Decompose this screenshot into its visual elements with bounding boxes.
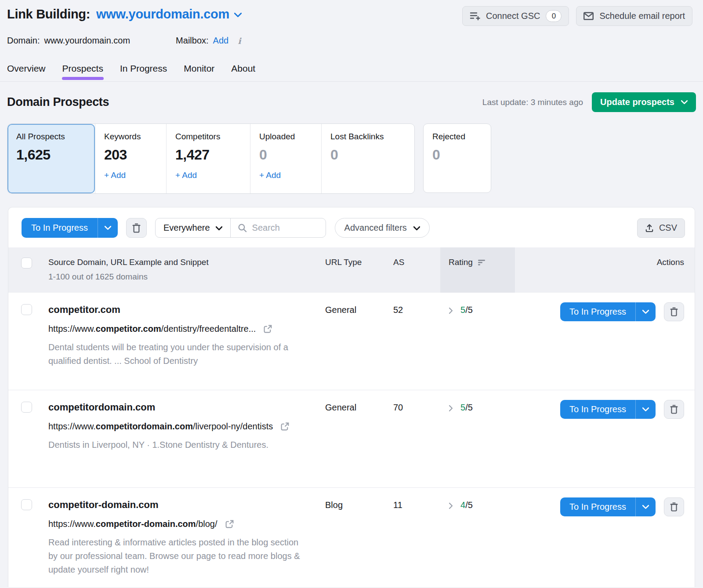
add-competitors-link[interactable]: + Add [175, 171, 197, 180]
schedule-email-report-button[interactable]: Schedule email report [576, 6, 692, 26]
bulk-to-in-progress-button[interactable]: To In Progress [22, 218, 118, 238]
card-lost-backlinks[interactable]: Lost Backlinks 0 [321, 124, 414, 193]
table-row: competitor-domain.com https://www.compet… [8, 488, 695, 587]
search-input[interactable] [252, 223, 319, 233]
trash-icon [670, 405, 678, 414]
chevron-down-icon[interactable] [636, 497, 656, 516]
trash-icon [670, 307, 678, 316]
card-group: All Prospects 1,625 Keywords 203 + Add C… [7, 123, 415, 194]
info-icon[interactable]: i [238, 36, 241, 46]
row-url-type: General [325, 390, 393, 487]
envelope-icon [583, 12, 594, 20]
chevron-right-icon[interactable] [449, 306, 453, 316]
delete-row-button[interactable] [664, 400, 684, 419]
chevron-down-icon[interactable] [98, 218, 118, 238]
link-building-page: Link Building: www.yourdomain.com Connec… [0, 0, 703, 588]
to-in-progress-button[interactable]: To In Progress [560, 302, 656, 321]
row-snippet: Dentists in Liverpool, NY · 1.Stone Dent… [48, 438, 305, 462]
chevron-right-icon[interactable] [449, 501, 453, 512]
update-prospects-button[interactable]: Update prospects [592, 92, 696, 112]
tab-in-progress[interactable]: In Progress [120, 63, 167, 74]
chevron-down-icon [413, 226, 420, 231]
prospects-panel: To In Progress Everywhere [8, 207, 695, 587]
domain-label: Domain: [7, 36, 40, 46]
card-value: 203 [104, 147, 166, 163]
mailbox-add-link[interactable]: Add [213, 36, 229, 46]
export-csv-button[interactable]: CSV [637, 218, 685, 238]
update-prospects-label: Update prospects [600, 97, 674, 107]
to-in-progress-label: To In Progress [560, 497, 635, 516]
table-header: Source Domain, URL Example and Snippet 1… [8, 247, 695, 293]
domain-value: www.yourdomain.com [44, 36, 130, 46]
chevron-down-icon [216, 226, 222, 231]
playlist-add-icon [470, 11, 480, 21]
card-value: 1,625 [16, 147, 95, 163]
tab-about[interactable]: About [231, 63, 255, 74]
domain-selector[interactable]: www.yourdomain.com [96, 7, 242, 22]
row-domain: competitordomain.com [48, 402, 325, 413]
section-title: Domain Prospects [7, 95, 109, 109]
card-rejected[interactable]: Rejected 0 [423, 123, 491, 193]
select-all-checkbox[interactable] [21, 258, 32, 269]
delete-row-button[interactable] [664, 302, 684, 321]
search-icon [238, 223, 247, 232]
card-label: Rejected [432, 132, 491, 142]
connect-gsc-button[interactable]: Connect GSC 0 [462, 6, 569, 26]
to-in-progress-label: To In Progress [560, 400, 635, 419]
row-url: https://www.competitor-domain.com/blog/ [48, 519, 217, 529]
delete-row-button[interactable] [664, 497, 684, 516]
chevron-down-icon [681, 100, 688, 105]
row-rating: 4/5 [460, 500, 473, 510]
table-row: competitordomain.com https://www.competi… [8, 390, 695, 488]
sort-desc-icon[interactable] [478, 259, 487, 268]
card-keywords[interactable]: Keywords 203 + Add [95, 124, 166, 193]
card-value: 0 [259, 147, 321, 163]
chevron-down-icon [234, 13, 242, 18]
prospect-filter-cards: All Prospects 1,625 Keywords 203 + Add C… [0, 112, 703, 194]
add-keywords-link[interactable]: + Add [104, 171, 126, 180]
card-label: All Prospects [16, 132, 95, 142]
row-url-type: Blog [325, 488, 393, 587]
row-checkbox[interactable] [21, 402, 32, 413]
row-domain: competitor.com [48, 304, 325, 316]
trash-icon [670, 502, 678, 512]
to-in-progress-button[interactable]: To In Progress [560, 497, 656, 516]
card-competitors[interactable]: Competitors 1,427 + Add [166, 124, 250, 193]
search-control: Everywhere [155, 218, 326, 238]
column-actions: Actions [515, 247, 695, 293]
advanced-filters-button[interactable]: Advanced filters [335, 218, 430, 238]
column-rating[interactable]: Rating [449, 258, 473, 267]
card-label: Uploaded [259, 132, 321, 142]
connect-gsc-label: Connect GSC [486, 11, 540, 21]
card-uploaded[interactable]: Uploaded 0 + Add [250, 124, 321, 193]
last-update-text: Last update: 3 minutes ago [482, 98, 583, 107]
bulk-delete-button[interactable] [126, 218, 147, 238]
page-header: Link Building: www.yourdomain.com Connec… [0, 0, 703, 82]
row-url-type: General [325, 293, 393, 390]
tab-prospects[interactable]: Prospects [62, 63, 103, 74]
tab-monitor[interactable]: Monitor [184, 63, 214, 74]
to-in-progress-label: To In Progress [560, 302, 635, 321]
add-uploaded-link[interactable]: + Add [259, 171, 281, 180]
schedule-email-report-label: Schedule email report [599, 11, 685, 21]
row-checkbox[interactable] [21, 499, 32, 510]
chevron-down-icon[interactable] [636, 400, 656, 419]
row-checkbox[interactable] [21, 304, 32, 315]
external-link-icon[interactable] [263, 324, 272, 334]
export-csv-label: CSV [659, 223, 677, 233]
external-link-icon[interactable] [225, 519, 234, 529]
to-in-progress-button[interactable]: To In Progress [560, 400, 656, 419]
column-source-domain: Source Domain, URL Example and Snippet [48, 258, 325, 267]
gsc-count-badge: 0 [546, 10, 562, 22]
chevron-right-icon[interactable] [449, 404, 453, 414]
card-all-prospects[interactable]: All Prospects 1,625 [7, 124, 95, 193]
search-scope-value: Everywhere [163, 223, 210, 233]
table-toolbar: To In Progress Everywhere [8, 207, 695, 247]
row-snippet: Read interesting & informative articles … [48, 536, 305, 587]
row-rating: 5/5 [460, 305, 473, 315]
search-scope-select[interactable]: Everywhere [156, 218, 231, 237]
card-label: Lost Backlinks [330, 132, 414, 142]
external-link-icon[interactable] [280, 422, 290, 431]
chevron-down-icon[interactable] [636, 302, 656, 321]
tab-overview[interactable]: Overview [7, 63, 46, 74]
